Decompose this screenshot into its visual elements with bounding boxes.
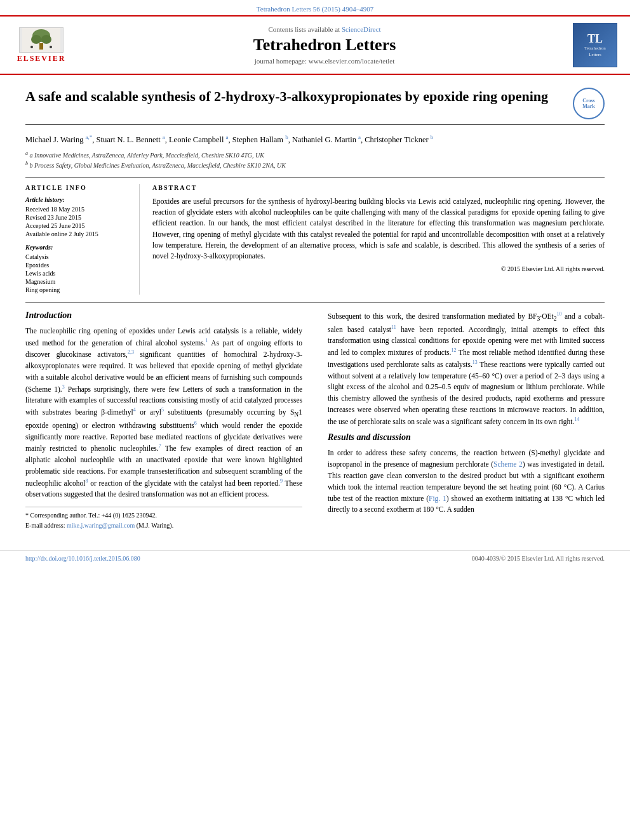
svg-point-6: [50, 46, 52, 48]
keyword-5: Ring opening: [25, 286, 133, 293]
corresponding-author-note: * Corresponding author. Tel.: +44 (0) 16…: [25, 511, 302, 520]
fig1-link[interactable]: Fig. 1: [429, 495, 446, 502]
abstract-text: Epoxides are useful precursors for the s…: [152, 196, 605, 262]
history-title: Article history:: [25, 196, 133, 203]
keyword-1: Catalysis: [25, 253, 133, 260]
article-info-column: ARTICLE INFO Article history: Received 1…: [25, 184, 140, 295]
article-info-heading: ARTICLE INFO: [25, 184, 133, 191]
email-link[interactable]: mike.j.waring@gmail.com: [67, 522, 135, 529]
journal-homepage-line: journal homepage: www.elsevier.com/locat…: [76, 57, 573, 65]
affiliations: a a Innovative Medicines, AstraZeneca, A…: [25, 150, 605, 171]
doi-link[interactable]: http://dx.doi.org/10.1016/j.tetlet.2015.…: [25, 555, 140, 562]
keywords-section: Keywords: Catalysis Epoxides Lewis acids…: [25, 244, 133, 293]
journal-center-header: Contents lists available at ScienceDirec…: [76, 25, 573, 65]
keyword-2: Epoxides: [25, 262, 133, 269]
email-note: E-mail address: mike.j.waring@gmail.com …: [25, 521, 302, 530]
abstract-heading: ABSTRACT: [152, 184, 605, 191]
elsevier-wordmark: ELSEVIER: [17, 54, 66, 63]
results-paragraph1: In order to address these safety concern…: [328, 448, 605, 516]
journal-header: ELSEVIER Contents lists available at Sci…: [0, 15, 630, 75]
article-history: Article history: Received 18 May 2015 Re…: [25, 196, 133, 237]
svg-point-2: [31, 35, 41, 44]
contents-label: Contents lists available at: [268, 25, 340, 33]
revised-date: Revised 23 June 2015: [25, 214, 133, 221]
affiliation-a: a a Innovative Medicines, AstraZeneca, A…: [25, 150, 605, 160]
results-title: Results and discussion: [328, 432, 605, 443]
svg-rect-4: [39, 43, 43, 50]
main-body: Introduction The nucleophilic ring openi…: [25, 302, 605, 531]
citation-bar: Tetrahedron Letters 56 (2015) 4904–4907: [0, 0, 630, 15]
received-date: Received 18 May 2015: [25, 206, 133, 213]
citation-text: Tetrahedron Letters 56 (2015) 4904–4907: [257, 5, 373, 13]
article-title: A safe and scalable synthesis of 2-hydro…: [25, 88, 560, 106]
keywords-title: Keywords:: [25, 244, 133, 251]
crossmark-label: CrossMark: [582, 98, 595, 109]
introduction-title: Introduction: [25, 310, 302, 321]
accepted-date: Accepted 25 June 2015: [25, 222, 133, 229]
sciencedirect-link[interactable]: ScienceDirect: [342, 25, 381, 33]
homepage-text: journal homepage: www.elsevier.com/locat…: [255, 57, 394, 65]
footer-bar: http://dx.doi.org/10.1016/j.tetlet.2015.…: [0, 550, 630, 566]
footer-issn: 0040-4039/© 2015 Elsevier Ltd. All right…: [472, 555, 605, 562]
contents-available-text: Contents lists available at ScienceDirec…: [76, 25, 573, 33]
authors-line: Michael J. Waring a,*, Stuart N. L. Benn…: [25, 133, 605, 146]
footnote-section: * Corresponding author. Tel.: +44 (0) 16…: [25, 507, 302, 530]
keyword-3: Lewis acids: [25, 270, 133, 277]
journal-logo-right: TL TetrahedronLetters: [573, 23, 617, 67]
elsevier-branding: ELSEVIER: [13, 26, 76, 64]
subsequent-paragraph: Subsequent to this work, the desired tra…: [328, 310, 605, 428]
affiliation-b: b b Process Safety, Global Medicines Eva…: [25, 160, 605, 170]
tl-logo-text: TL: [587, 32, 603, 46]
article-title-section: A safe and scalable synthesis of 2-hydro…: [25, 88, 605, 125]
elsevier-tree-image: [19, 27, 64, 53]
crossmark-badge[interactable]: CrossMark: [573, 88, 605, 119]
abstract-column: ABSTRACT Epoxides are useful precursors …: [152, 184, 605, 295]
page: Tetrahedron Letters 56 (2015) 4904–4907: [0, 0, 630, 840]
left-column: Introduction The nucleophilic ring openi…: [25, 310, 309, 531]
article-info-abstract-section: ARTICLE INFO Article history: Received 1…: [25, 177, 605, 295]
keyword-4: Magnesium: [25, 278, 133, 285]
elsevier-logo: ELSEVIER: [13, 26, 70, 64]
journal-name: Tetrahedron Letters: [76, 36, 573, 55]
scheme2-link[interactable]: Scheme 2: [493, 460, 523, 468]
article-content: A safe and scalable synthesis of 2-hydro…: [0, 75, 630, 544]
right-column: Subsequent to this work, the desired tra…: [321, 310, 605, 531]
introduction-paragraph1: The nucleophilic ring opening of epoxide…: [25, 326, 302, 500]
svg-point-3: [41, 35, 51, 44]
abstract-copyright: © 2015 Elsevier Ltd. All rights reserved…: [152, 265, 605, 272]
available-date: Available online 2 July 2015: [25, 230, 133, 237]
authors-text: Michael J. Waring a,*, Stuart N. L. Benn…: [25, 135, 433, 144]
journal-logo-label: TetrahedronLetters: [584, 46, 606, 57]
svg-point-5: [30, 46, 33, 48]
